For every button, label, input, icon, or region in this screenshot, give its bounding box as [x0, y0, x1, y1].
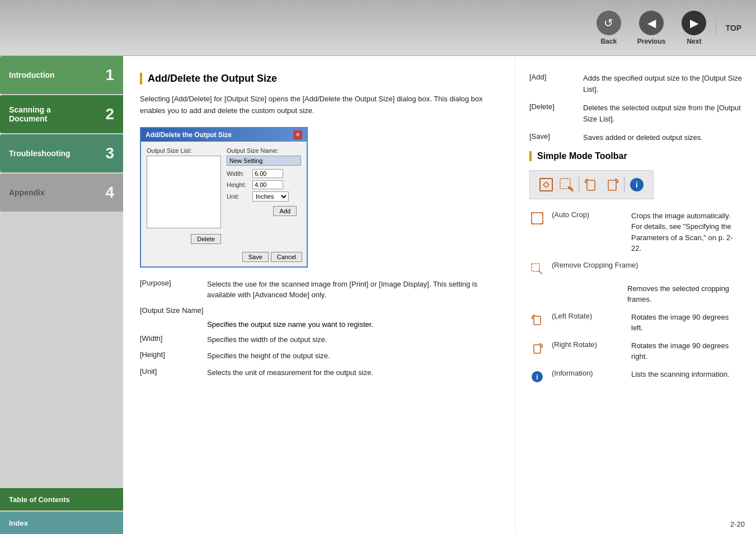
width-row: Width: [227, 169, 301, 178]
svg-rect-0 [540, 179, 552, 191]
nav-buttons: ↺ Back ◀ Previous ▶ Next TOP [590, 6, 750, 50]
top-label: TOP [716, 19, 750, 37]
information-feature-desc: Lists the scanning information. [631, 369, 742, 380]
index-label: Index [9, 519, 28, 527]
top-bar: ↺ Back ◀ Previous ▶ Next TOP [0, 0, 756, 56]
left-rotate-icon[interactable] [582, 175, 601, 194]
output-size-name-desc-text: Specifies the output size name you want … [207, 320, 373, 329]
intro-label: Introduction [9, 71, 55, 79]
output-size-name-input[interactable] [227, 156, 301, 166]
svg-line-26 [538, 270, 543, 274]
trouble-tab[interactable]: Troubleshooting 3 [0, 134, 123, 172]
back-arrow-icon: ↺ [604, 17, 613, 29]
remove-crop-icon[interactable] [557, 175, 576, 194]
next-label: Next [687, 38, 701, 45]
left-rotate-feature-desc: Rotates the image 90 degrees left. [631, 312, 742, 334]
trouble-num: 3 [105, 144, 114, 162]
delete-btn-row: Delete [147, 232, 221, 244]
cancel-button[interactable]: Cancel [271, 252, 302, 262]
back-circle: ↺ [597, 11, 621, 35]
add-field: [Add] Adds the specified output size to … [529, 73, 742, 95]
output-size-name-label: Output Size Name: [227, 147, 301, 154]
trouble-label: Troubleshooting [9, 149, 71, 158]
auto-crop-feature-desc: Crops the image automatically. For detai… [631, 210, 742, 254]
right-rotate-feature-desc: Rotates the image 90 degrees right. [631, 340, 742, 362]
add-field-text: Adds the specified output size to the [O… [583, 73, 742, 95]
information-feature-name: (Information) [552, 369, 624, 377]
svg-rect-25 [532, 264, 539, 271]
width-field-name: [Width] [140, 334, 201, 343]
intro-tab[interactable]: Introduction 1 [0, 56, 123, 94]
right-rotate-icon[interactable] [602, 175, 621, 194]
unit-row: Unit: Inches cm mm [227, 191, 301, 202]
unit-field-text: Selects the unit of measurement for the … [207, 367, 373, 378]
output-size-name-label2: [Output Size Name] [140, 306, 203, 315]
left-rotate-feature-icon [529, 312, 545, 327]
sidebar-bottom: Table of Contents Index [0, 488, 123, 534]
svg-text:i: i [536, 373, 538, 381]
sidebar-item-index[interactable]: Index [0, 512, 123, 534]
height-field: [Height] Specifies the height of the out… [140, 350, 498, 362]
right-rotate-feature-name: (Right Rotate) [552, 340, 624, 349]
width-input[interactable] [252, 169, 283, 178]
svg-text:i: i [636, 180, 638, 189]
purpose-text: Selects the use for the scanned image fr… [207, 279, 498, 301]
left-rotate-feature: (Left Rotate) Rotates the image 90 degre… [529, 312, 742, 334]
height-label: Height: [227, 181, 249, 188]
width-field-text: Specifies the width of the output size. [207, 334, 327, 345]
remove-crop-feature-name: (Remove Cropping Frame) [552, 261, 638, 269]
next-circle: ▶ [682, 11, 706, 35]
toolbar-sep-1 [579, 177, 579, 193]
appendix-tab[interactable]: Appendix 4 [0, 174, 123, 212]
save-field-text: Saves added or deleted output sizes. [583, 132, 703, 143]
next-arrow-icon: ▶ [690, 17, 698, 29]
appendix-num: 4 [105, 184, 114, 202]
appendix-label: Appendix [9, 188, 45, 197]
save-field: [Save] Saves added or deleted output siz… [529, 132, 742, 143]
add-button[interactable]: Add [273, 206, 297, 216]
dialog-close-button[interactable]: ✕ [293, 130, 302, 139]
content-left: Add/Delete the Output Size Selecting [Ad… [123, 56, 515, 534]
sidebar-item-appendix[interactable]: Appendix 4 [0, 174, 123, 212]
svg-rect-27 [534, 316, 541, 325]
toc-label: Table of Contents [9, 495, 70, 504]
unit-select[interactable]: Inches cm mm [252, 191, 289, 202]
delete-field: [Delete] Deletes the selected output siz… [529, 102, 742, 124]
back-button[interactable]: ↺ Back [590, 6, 628, 50]
next-button[interactable]: ▶ Next [675, 6, 713, 50]
height-input[interactable] [252, 180, 283, 189]
dialog-box: Add/Delete the Output Size ✕ Output Size… [140, 127, 308, 268]
information-icon[interactable]: i [627, 175, 646, 194]
output-size-listbox[interactable] [147, 156, 221, 228]
sidebar-item-toc[interactable]: Table of Contents [0, 488, 123, 510]
auto-crop-icon[interactable] [537, 175, 556, 194]
previous-button[interactable]: ◀ Previous [631, 6, 673, 50]
intro-num: 1 [105, 66, 114, 84]
right-rotate-feature: (Right Rotate) Rotates the image 90 degr… [529, 340, 742, 362]
remove-crop-feature: (Remove Cropping Frame) [529, 261, 742, 277]
bottom-btn-row: Save Cancel [141, 250, 307, 266]
purpose-field: [Purpose] Selects the use for the scanne… [140, 279, 498, 301]
dialog-titlebar: Add/Delete the Output Size ✕ [141, 128, 307, 142]
delete-button[interactable]: Delete [191, 234, 221, 244]
dialog-right-col: Output Size Name: Width: Height: Unit: I… [227, 147, 301, 244]
unit-label: Unit: [227, 193, 249, 200]
scanning-tab[interactable]: Scanning aDocument 2 [0, 95, 123, 133]
scanning-num: 2 [105, 105, 114, 123]
right-rotate-feature-icon [529, 340, 545, 356]
width-field: [Width] Specifies the width of the outpu… [140, 334, 498, 345]
output-size-name-field: [Output Size Name] [140, 306, 498, 315]
purpose-name: [Purpose] [140, 279, 201, 287]
height-field-text: Specifies the height of the output size. [207, 350, 330, 362]
previous-arrow-icon: ◀ [647, 17, 656, 29]
width-label: Width: [227, 170, 249, 177]
page-title: Add/Delete the Output Size [140, 73, 498, 85]
sidebar-item-introduction[interactable]: Introduction 1 [0, 56, 123, 94]
dialog-title: Add/Delete the Output Size [145, 131, 232, 139]
sidebar-item-troubleshooting[interactable]: Troubleshooting 3 [0, 134, 123, 172]
save-button[interactable]: Save [242, 252, 269, 262]
dialog-body: Output Size List: Delete Output Size Nam… [141, 142, 307, 250]
unit-field-name: [Unit] [140, 367, 201, 376]
sidebar-item-scanning[interactable]: Scanning aDocument 2 [0, 95, 123, 133]
page-number: 2-20 [730, 520, 745, 528]
